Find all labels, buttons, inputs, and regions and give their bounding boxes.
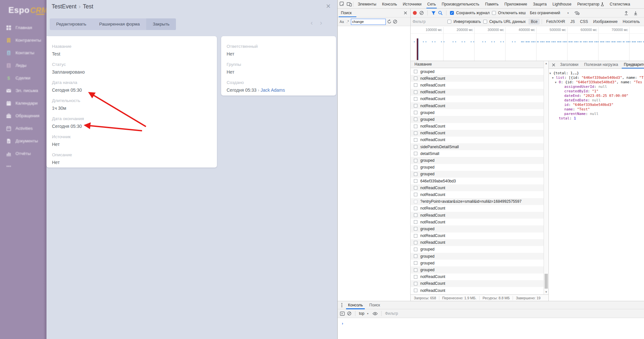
devtools-tab-источники[interactable]: Источники bbox=[400, 0, 424, 8]
sidebar-item-opportunities[interactable]: $Сделки bbox=[0, 72, 48, 84]
context-caret-icon[interactable]: ▼ bbox=[367, 313, 369, 315]
request-row[interactable]: notReadCount bbox=[411, 75, 548, 82]
throttling-select[interactable]: Без ограничений bbox=[530, 11, 560, 15]
request-row[interactable]: notReadCount bbox=[411, 96, 548, 102]
sidebar-item-emails[interactable]: Эл. письма bbox=[0, 84, 48, 97]
preview-tab-предварительный-просмотр[interactable]: Предварительный просмотр bbox=[621, 61, 644, 69]
request-row[interactable]: detailSmall bbox=[411, 150, 548, 157]
match-case-button[interactable]: Aa bbox=[339, 20, 344, 24]
request-row[interactable]: notReadCount bbox=[411, 287, 548, 294]
expand-triangle-icon[interactable]: ▼ bbox=[555, 80, 559, 85]
request-row[interactable]: notReadCount bbox=[411, 239, 548, 246]
inspect-element-icon[interactable] bbox=[340, 2, 345, 7]
search-icon[interactable] bbox=[438, 11, 443, 15]
preserve-log-checkbox[interactable]: ✓ bbox=[450, 11, 454, 15]
request-row[interactable]: grouped bbox=[411, 260, 548, 266]
created-by-user-link[interactable]: Jack Adams bbox=[261, 87, 285, 93]
sidebar-item-reports[interactable]: Отчёты bbox=[0, 147, 48, 160]
expand-triangle-icon[interactable]: ▼ bbox=[552, 76, 556, 80]
json-tree-line[interactable]: total: 1 bbox=[549, 116, 644, 121]
espo-logo[interactable]: EspoCRM bbox=[0, 0, 48, 19]
scrollbar-thumb[interactable] bbox=[545, 274, 548, 289]
regex-button[interactable]: .* bbox=[346, 20, 349, 24]
preview-tab-полезная-нагрузка[interactable]: Полезная нагрузка bbox=[581, 61, 621, 69]
json-tree-line[interactable]: name: "Test" bbox=[549, 107, 644, 112]
invert-label[interactable]: Инвертировать bbox=[454, 19, 481, 24]
request-row[interactable]: grouped bbox=[411, 68, 548, 75]
filter-icon[interactable] bbox=[431, 11, 436, 15]
json-preview-tree[interactable]: ▼{total: 1,…}▼list: [{id: "646ef339abe54… bbox=[549, 69, 644, 301]
expand-triangle-icon[interactable]: ▼ bbox=[549, 71, 553, 76]
request-table-header[interactable]: Название bbox=[411, 61, 548, 68]
request-row[interactable]: notReadCount bbox=[411, 89, 548, 96]
devtools-tab-консоль[interactable]: Консоль bbox=[379, 0, 400, 8]
drawer-menu-icon[interactable] bbox=[341, 303, 343, 308]
refresh-search-icon[interactable] bbox=[387, 19, 392, 24]
request-row[interactable]: sidePanelsDetailSmall bbox=[411, 143, 548, 150]
search-input[interactable] bbox=[351, 19, 386, 25]
request-row[interactable]: grouped bbox=[411, 246, 548, 253]
preserve-log-label[interactable]: Сохранять журнал bbox=[456, 11, 490, 15]
record-icon[interactable] bbox=[413, 11, 417, 15]
devtools-tab-lighthouse[interactable]: Lighthouse bbox=[550, 0, 575, 8]
request-row[interactable]: notReadCount bbox=[411, 184, 548, 191]
disable-cache-checkbox[interactable] bbox=[492, 11, 496, 15]
request-row[interactable]: notReadCount bbox=[411, 205, 548, 212]
request-row[interactable]: notReadCount bbox=[411, 212, 548, 219]
console-sidebar-icon[interactable] bbox=[340, 312, 345, 316]
search-pane-tab[interactable]: Поиск bbox=[341, 11, 352, 15]
json-tree-line[interactable]: dateEnd: "2023-05-25 07:00:00" bbox=[549, 94, 644, 98]
filter-chip-изображение[interactable]: Изображение bbox=[591, 19, 620, 25]
request-row[interactable]: 646ef339abe540bd3 bbox=[411, 178, 548, 184]
scroll-down-icon[interactable]: ▼ bbox=[544, 290, 548, 294]
request-row[interactable]: notReadCount bbox=[411, 273, 548, 280]
import-har-icon[interactable] bbox=[624, 11, 628, 15]
request-list-scrollbar[interactable]: ▲ ▼ bbox=[544, 61, 548, 294]
disable-cache-label[interactable]: Отключить кеш bbox=[498, 11, 526, 15]
export-har-icon[interactable] bbox=[634, 11, 638, 15]
json-tree-line[interactable]: id: "646ef339abe540bd3" bbox=[549, 103, 644, 107]
json-tree-line[interactable]: ▼{total: 1,…} bbox=[549, 71, 644, 76]
filter-chip-fetch-xhr[interactable]: Fetch/XHR bbox=[544, 19, 567, 25]
devtools-tab-регистратор[interactable]: Регистратор bbox=[574, 0, 607, 8]
request-row[interactable]: grouped bbox=[411, 171, 548, 178]
sidebar-item-calendars[interactable]: Календари bbox=[0, 97, 48, 109]
request-row[interactable]: notReadCount bbox=[411, 130, 548, 137]
request-row[interactable]: grouped bbox=[411, 116, 548, 123]
drawer-tab-консоль[interactable]: Консоль bbox=[345, 301, 366, 309]
sidebar-item-more[interactable] bbox=[0, 160, 48, 172]
throttling-caret-icon[interactable]: ▼ bbox=[567, 12, 569, 14]
request-row[interactable]: notReadCount bbox=[411, 123, 548, 130]
device-toolbar-icon[interactable] bbox=[347, 2, 352, 6]
devtools-tab-сеть[interactable]: Сеть bbox=[424, 0, 439, 8]
next-record-icon[interactable]: › bbox=[320, 19, 322, 26]
drawer-tab-поиск[interactable]: Поиск bbox=[366, 301, 383, 309]
devtools-tab-приложение[interactable]: Приложение bbox=[502, 0, 530, 8]
filter-chip-носитель[interactable]: Носитель bbox=[620, 19, 642, 25]
request-row[interactable]: grouped bbox=[411, 225, 548, 232]
console-filter-input[interactable]: Фильтр bbox=[385, 311, 459, 316]
request-row[interactable]: notReadCount bbox=[411, 82, 548, 88]
json-tree-line[interactable]: assignedUserId: null bbox=[549, 85, 644, 89]
hide-data-urls-label[interactable]: Скрыть URL данных bbox=[489, 19, 526, 24]
search-close-icon[interactable] bbox=[403, 11, 408, 15]
close-button[interactable]: Закрыть bbox=[146, 18, 176, 30]
sidebar-item-accounts[interactable]: Контрагенты bbox=[0, 34, 48, 46]
clear-network-log-icon[interactable] bbox=[419, 11, 424, 15]
devtools-tab-элементы[interactable]: Элементы bbox=[355, 0, 379, 8]
json-tree-line[interactable]: ▼list: [{id: "646ef339abe540bd3", name: … bbox=[549, 76, 644, 80]
preview-tab-заголовки[interactable]: Заголовки bbox=[557, 61, 581, 69]
devtools-tab-статистика[interactable]: Статистика bbox=[607, 0, 633, 8]
json-tree-line[interactable]: dateEndDate: null bbox=[549, 98, 644, 103]
previous-record-icon[interactable]: ‹ bbox=[311, 19, 313, 26]
invert-checkbox[interactable] bbox=[447, 20, 451, 24]
scroll-up-icon[interactable]: ▲ bbox=[544, 61, 548, 66]
devtools-tab-производительность[interactable]: Производительность bbox=[439, 0, 482, 8]
sidebar-item-cases[interactable]: Обращения bbox=[0, 109, 48, 122]
request-row[interactable]: grouped bbox=[411, 164, 548, 171]
request-row[interactable]: notReadCount bbox=[411, 232, 548, 239]
json-tree-line[interactable]: createdById: "1" bbox=[549, 89, 644, 94]
sidebar-item-home[interactable]: Главная bbox=[0, 21, 48, 34]
filter-chip-все[interactable]: Все bbox=[528, 19, 540, 25]
clear-search-icon[interactable] bbox=[393, 19, 397, 24]
